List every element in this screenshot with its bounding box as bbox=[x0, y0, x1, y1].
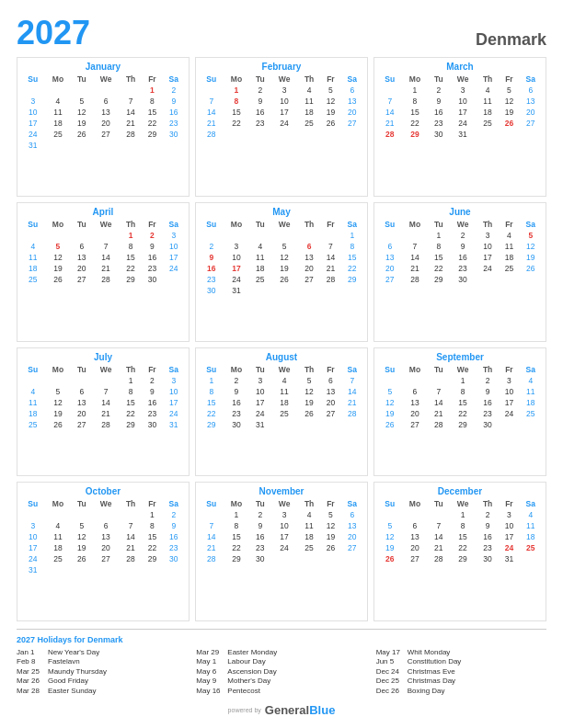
week-row: 24252627282930 bbox=[21, 553, 185, 564]
holidays-section: 2027 Holidays for Denmark Jan 1New Year'… bbox=[17, 629, 546, 697]
weekday-header: Sa bbox=[163, 219, 185, 230]
week-row: 1234567 bbox=[200, 375, 363, 386]
day-cell: 2 bbox=[142, 230, 162, 241]
month-table: SuMoTuWeThFrSa12345678910111213141516171… bbox=[21, 74, 185, 151]
day-cell: 24 bbox=[163, 263, 185, 274]
day-cell: 16 bbox=[428, 107, 449, 118]
weekday-header: Tu bbox=[249, 364, 270, 375]
day-cell: 2 bbox=[163, 509, 185, 520]
day-cell: 26 bbox=[298, 408, 320, 419]
day-cell: 19 bbox=[270, 263, 298, 274]
day-cell: 12 bbox=[520, 241, 542, 252]
day-cell: 18 bbox=[499, 252, 519, 263]
day-cell: 19 bbox=[45, 408, 72, 419]
day-cell: 20 bbox=[71, 408, 92, 419]
weekday-header: We bbox=[92, 219, 120, 230]
day-cell: 4 bbox=[477, 85, 499, 96]
day-cell: 14 bbox=[92, 397, 120, 408]
day-cell: 29 bbox=[120, 274, 142, 285]
day-cell: 18 bbox=[270, 397, 298, 408]
day-cell: 17 bbox=[499, 397, 519, 408]
day-cell: 25 bbox=[477, 118, 499, 129]
day-cell: 8 bbox=[449, 386, 477, 397]
day-cell: 13 bbox=[402, 531, 429, 542]
day-cell: 6 bbox=[520, 85, 542, 96]
month-name: October bbox=[21, 486, 185, 496]
day-cell bbox=[71, 375, 92, 386]
weekday-header: Tu bbox=[71, 364, 92, 375]
day-cell: 26 bbox=[378, 553, 402, 564]
weekday-header: Sa bbox=[163, 74, 185, 85]
weekday-header: Fr bbox=[320, 74, 340, 85]
day-cell: 14 bbox=[200, 531, 224, 542]
day-cell bbox=[71, 509, 92, 520]
weekday-header: Tu bbox=[71, 498, 92, 509]
day-cell bbox=[341, 553, 363, 564]
day-cell: 15 bbox=[428, 252, 449, 263]
day-cell: 2 bbox=[477, 375, 499, 386]
day-cell bbox=[45, 375, 72, 386]
weekday-header: Sa bbox=[341, 498, 363, 509]
day-cell: 13 bbox=[298, 252, 320, 263]
weekday-header: Su bbox=[200, 74, 224, 85]
day-cell bbox=[378, 230, 402, 241]
day-cell: 23 bbox=[428, 118, 449, 129]
day-cell: 3 bbox=[163, 230, 185, 241]
week-row: 28293031 bbox=[378, 129, 542, 140]
day-cell: 10 bbox=[224, 252, 250, 263]
weekday-header: Tu bbox=[428, 74, 449, 85]
weekday-header: Su bbox=[200, 219, 224, 230]
day-cell: 19 bbox=[71, 118, 92, 129]
day-cell: 12 bbox=[71, 531, 92, 542]
week-row: 78910111213 bbox=[200, 96, 363, 107]
day-cell: 16 bbox=[249, 107, 270, 118]
weekday-header: Sa bbox=[341, 364, 363, 375]
holidays-grid: Jan 1New Year's DayFeb 8FastelavnMar 25M… bbox=[17, 648, 546, 697]
day-cell: 10 bbox=[499, 386, 519, 397]
day-cell bbox=[320, 230, 340, 241]
day-cell: 5 bbox=[378, 520, 402, 531]
weekday-header: Su bbox=[378, 219, 402, 230]
day-cell: 8 bbox=[341, 241, 363, 252]
day-cell: 15 bbox=[142, 531, 162, 542]
day-cell: 7 bbox=[92, 241, 120, 252]
holiday-date: May 17 bbox=[376, 648, 404, 656]
month-block-february: FebruarySuMoTuWeThFrSa123456789101112131… bbox=[195, 57, 368, 197]
weekday-header: Th bbox=[120, 219, 142, 230]
day-cell: 3 bbox=[449, 85, 477, 96]
day-cell: 28 bbox=[120, 129, 142, 140]
week-row: 19202122232425 bbox=[378, 542, 542, 553]
weekday-header: Tu bbox=[428, 219, 449, 230]
week-row: 20212223242526 bbox=[378, 263, 542, 274]
month-table: SuMoTuWeThFrSa12345678910111213141516171… bbox=[378, 364, 542, 430]
day-cell: 28 bbox=[378, 129, 402, 140]
weekday-header: Sa bbox=[341, 74, 363, 85]
day-cell: 5 bbox=[520, 230, 542, 241]
week-row: 16171819202122 bbox=[200, 263, 363, 274]
weekday-header: Fr bbox=[499, 498, 519, 509]
day-cell: 13 bbox=[92, 531, 120, 542]
day-cell: 14 bbox=[92, 252, 120, 263]
month-table: SuMoTuWeThFrSa12345678910111213141516171… bbox=[21, 219, 185, 285]
week-row: 22232425262728 bbox=[200, 408, 363, 419]
day-cell bbox=[21, 509, 45, 520]
day-cell bbox=[71, 140, 92, 151]
day-cell: 7 bbox=[341, 375, 363, 386]
holiday-name: Boxing Day bbox=[408, 687, 445, 695]
day-cell: 26 bbox=[45, 419, 72, 430]
weekday-header: We bbox=[92, 498, 120, 509]
day-cell: 13 bbox=[378, 252, 402, 263]
day-cell: 8 bbox=[449, 520, 477, 531]
day-cell bbox=[320, 129, 340, 140]
day-cell: 7 bbox=[402, 241, 429, 252]
country-title: Denmark bbox=[476, 30, 546, 50]
day-cell: 26 bbox=[71, 129, 92, 140]
day-cell: 31 bbox=[499, 553, 519, 564]
day-cell: 26 bbox=[270, 274, 298, 285]
day-cell bbox=[120, 564, 142, 575]
holiday-date: May 1 bbox=[196, 657, 224, 665]
holiday-name: Fastelavn bbox=[48, 657, 80, 665]
week-row: 293031 bbox=[200, 419, 363, 430]
day-cell: 29 bbox=[449, 419, 477, 430]
day-cell: 21 bbox=[428, 542, 449, 553]
